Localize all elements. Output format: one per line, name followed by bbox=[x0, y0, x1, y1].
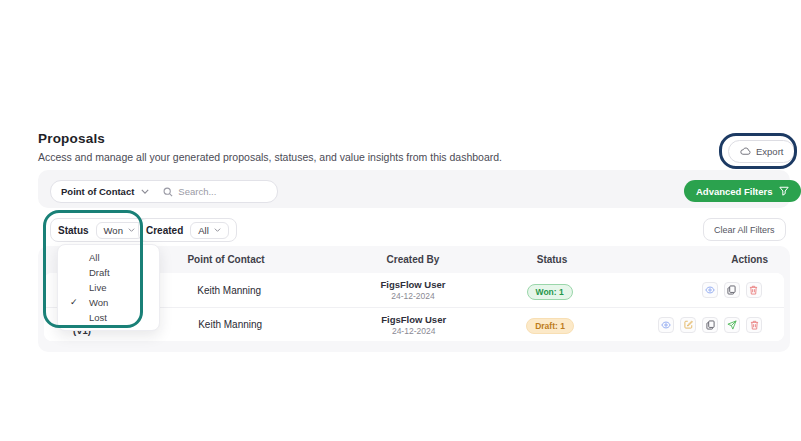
created-date: 24-12-2024 bbox=[326, 291, 501, 301]
column-header-created-by: Created By bbox=[324, 254, 502, 265]
advanced-filters-label: Advanced Filters bbox=[696, 186, 773, 197]
contact-filter-dropdown[interactable]: Point of Contact bbox=[61, 186, 134, 197]
point-of-contact: Keith Manning bbox=[133, 285, 326, 296]
status-option-won-label: Won bbox=[89, 297, 108, 308]
chevron-down-icon[interactable] bbox=[141, 189, 149, 194]
status-option-live[interactable]: Live bbox=[58, 280, 159, 295]
eye-icon bbox=[705, 286, 715, 294]
created-filter-label: Created bbox=[146, 225, 183, 236]
status-option-all[interactable]: All bbox=[58, 250, 159, 265]
status-dropdown-menu: All Draft Live ✓ Won Lost bbox=[57, 244, 160, 331]
send-button[interactable] bbox=[724, 317, 740, 333]
page-title: Proposals bbox=[38, 131, 105, 146]
column-header-actions: Actions bbox=[602, 254, 790, 265]
created-by: FigsFlow User bbox=[326, 279, 501, 290]
status-badge: Draft: 1 bbox=[526, 318, 574, 334]
created-by: FigsFlow User bbox=[326, 314, 501, 325]
status-value: Won bbox=[104, 225, 123, 236]
trash-icon bbox=[750, 320, 759, 330]
export-button[interactable]: Export bbox=[728, 140, 795, 163]
copy-button[interactable] bbox=[724, 282, 740, 298]
status-option-lost[interactable]: Lost bbox=[58, 310, 159, 325]
status-filter-label: Status bbox=[58, 225, 89, 236]
copy-icon bbox=[706, 320, 715, 330]
cloud-export-icon bbox=[740, 147, 751, 156]
status-filter-group: Status Won bbox=[50, 218, 151, 242]
created-value: All bbox=[198, 225, 209, 236]
advanced-filters-button[interactable]: Advanced Filters bbox=[684, 180, 801, 202]
chevron-down-icon bbox=[128, 228, 135, 232]
status-badge: Won: 1 bbox=[527, 284, 573, 300]
clear-all-filters-button[interactable]: Clear All Filters bbox=[703, 218, 786, 241]
edit-pencil-icon bbox=[684, 320, 693, 329]
view-button[interactable] bbox=[658, 317, 674, 333]
eye-icon bbox=[661, 321, 671, 329]
status-option-won[interactable]: ✓ Won bbox=[58, 295, 159, 310]
search-input[interactable] bbox=[178, 186, 288, 197]
edit-button[interactable] bbox=[680, 317, 696, 333]
delete-button[interactable] bbox=[746, 317, 762, 333]
created-value-dropdown[interactable]: All bbox=[190, 222, 229, 239]
status-option-draft[interactable]: Draft bbox=[58, 265, 159, 280]
search-icon bbox=[163, 187, 173, 197]
copy-icon bbox=[727, 285, 736, 295]
copy-button[interactable] bbox=[702, 317, 718, 333]
filter-funnel-icon bbox=[779, 186, 789, 196]
delete-button[interactable] bbox=[746, 282, 762, 298]
status-value-dropdown[interactable]: Won bbox=[96, 222, 143, 239]
check-icon: ✓ bbox=[70, 295, 78, 310]
contact-search-combo: Point of Contact bbox=[50, 180, 278, 203]
column-header-status: Status bbox=[502, 254, 602, 265]
send-paper-plane-icon bbox=[727, 320, 737, 330]
created-filter-group: Created All bbox=[138, 218, 237, 242]
page-subtitle: Access and manage all your generated pro… bbox=[38, 151, 502, 163]
view-button[interactable] bbox=[702, 282, 718, 298]
created-date: 24-12-2024 bbox=[326, 326, 501, 336]
chevron-down-icon bbox=[214, 228, 221, 232]
point-of-contact: Keith Manning bbox=[134, 319, 326, 330]
export-label: Export bbox=[756, 146, 783, 157]
trash-icon bbox=[749, 285, 758, 295]
